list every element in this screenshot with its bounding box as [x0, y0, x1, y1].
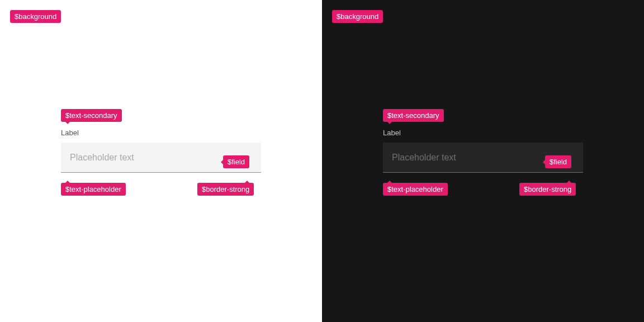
field-label: Label	[61, 129, 261, 137]
dark-theme-panel: $background $text-secondary Label Placeh…	[322, 0, 644, 322]
border-strong-token-tag: $border-strong	[197, 183, 254, 196]
text-placeholder-token-tag: $text-placeholder	[383, 183, 448, 196]
light-theme-panel: $background $text-secondary Label Placeh…	[0, 0, 322, 322]
field-label: Label	[383, 129, 583, 137]
field-token-tag: $field	[545, 155, 571, 168]
field-placeholder-text: Placeholder text	[392, 153, 456, 163]
background-token-tag: $background	[332, 10, 383, 23]
text-placeholder-token-tag: $text-placeholder	[61, 183, 126, 196]
background-token-tag: $background	[10, 10, 61, 23]
field-placeholder-text: Placeholder text	[70, 153, 134, 163]
border-strong-token-tag: $border-strong	[519, 183, 576, 196]
field-token-tag: $field	[223, 155, 249, 168]
text-secondary-token-tag: $text-secondary	[383, 109, 444, 122]
text-secondary-token-tag: $text-secondary	[61, 109, 122, 122]
